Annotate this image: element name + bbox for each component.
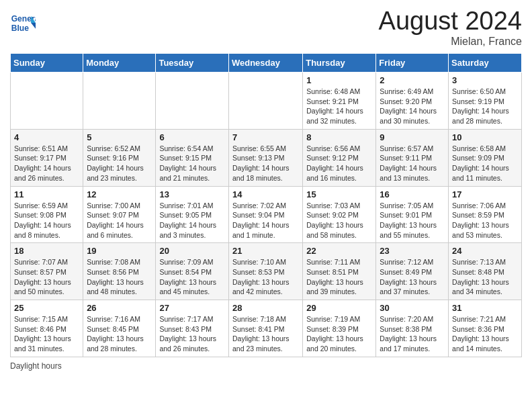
day-detail: Sunrise: 7:03 AMSunset: 9:02 PMDaylight:…: [306, 201, 372, 240]
day-detail: Sunrise: 6:59 AMSunset: 9:08 PMDaylight:…: [14, 201, 79, 240]
day-detail: Sunrise: 6:56 AMSunset: 9:12 PMDaylight:…: [306, 144, 372, 183]
calendar-cell: 20Sunrise: 7:09 AMSunset: 8:54 PMDayligh…: [156, 243, 229, 300]
col-header-friday: Friday: [376, 54, 449, 73]
week-row-1: 1Sunrise: 6:48 AMSunset: 9:21 PMDaylight…: [11, 73, 522, 130]
day-number: 15: [306, 189, 372, 199]
calendar-cell: 31Sunrise: 7:21 AMSunset: 8:36 PMDayligh…: [449, 300, 522, 357]
day-number: 26: [87, 303, 152, 313]
day-detail: Sunrise: 7:09 AMSunset: 8:54 PMDaylight:…: [159, 257, 225, 297]
day-detail: Sunrise: 6:55 AMSunset: 9:13 PMDaylight:…: [232, 144, 299, 183]
calendar-cell: 1Sunrise: 6:48 AMSunset: 9:21 PMDaylight…: [303, 73, 376, 130]
col-header-wednesday: Wednesday: [228, 54, 302, 73]
logo-icon: General Blue: [10, 10, 36, 36]
calendar-cell: 15Sunrise: 7:03 AMSunset: 9:02 PMDayligh…: [303, 186, 376, 243]
day-number: 17: [452, 189, 518, 199]
day-number: 27: [159, 303, 225, 313]
day-detail: Sunrise: 7:08 AMSunset: 8:56 PMDaylight:…: [87, 257, 152, 297]
calendar-cell: 23Sunrise: 7:12 AMSunset: 8:49 PMDayligh…: [376, 243, 449, 300]
day-number: 21: [232, 246, 299, 256]
calendar-cell: 28Sunrise: 7:18 AMSunset: 8:41 PMDayligh…: [228, 300, 302, 357]
week-row-4: 18Sunrise: 7:07 AMSunset: 8:57 PMDayligh…: [11, 243, 522, 300]
day-number: 23: [380, 246, 445, 256]
calendar-cell: 24Sunrise: 7:13 AMSunset: 8:48 PMDayligh…: [449, 243, 522, 300]
day-detail: Sunrise: 7:17 AMSunset: 8:43 PMDaylight:…: [159, 314, 225, 354]
calendar-cell: 11Sunrise: 6:59 AMSunset: 9:08 PMDayligh…: [11, 186, 83, 243]
day-number: 16: [380, 189, 445, 199]
day-number: 25: [14, 303, 79, 313]
day-detail: Sunrise: 6:51 AMSunset: 9:17 PMDaylight:…: [14, 144, 79, 183]
day-detail: Sunrise: 6:49 AMSunset: 9:20 PMDaylight:…: [380, 87, 445, 126]
day-number: 4: [14, 132, 79, 142]
calendar-cell: 17Sunrise: 7:06 AMSunset: 8:59 PMDayligh…: [449, 186, 522, 243]
day-detail: Sunrise: 7:20 AMSunset: 8:38 PMDaylight:…: [380, 314, 445, 354]
calendar-cell: 26Sunrise: 7:16 AMSunset: 8:45 PMDayligh…: [83, 300, 156, 357]
calendar-cell: 7Sunrise: 6:55 AMSunset: 9:13 PMDaylight…: [228, 129, 302, 186]
svg-text:Blue: Blue: [11, 24, 29, 33]
calendar-cell: 18Sunrise: 7:07 AMSunset: 8:57 PMDayligh…: [11, 243, 83, 300]
calendar-cell: 9Sunrise: 6:57 AMSunset: 9:11 PMDaylight…: [376, 129, 449, 186]
day-number: 13: [159, 189, 225, 199]
col-header-thursday: Thursday: [303, 54, 376, 73]
calendar-cell: [83, 73, 156, 130]
day-detail: Sunrise: 7:06 AMSunset: 8:59 PMDaylight:…: [452, 201, 518, 240]
week-row-3: 11Sunrise: 6:59 AMSunset: 9:08 PMDayligh…: [11, 186, 522, 243]
col-header-sunday: Sunday: [11, 54, 83, 73]
month-year: August 2024: [379, 7, 522, 36]
day-detail: Sunrise: 6:52 AMSunset: 9:16 PMDaylight:…: [87, 144, 152, 183]
day-number: 14: [232, 189, 299, 199]
day-detail: Sunrise: 6:50 AMSunset: 9:19 PMDaylight:…: [452, 87, 518, 126]
day-number: 29: [306, 303, 372, 313]
day-number: 28: [232, 303, 299, 313]
day-number: 24: [452, 246, 518, 256]
day-detail: Sunrise: 7:10 AMSunset: 8:53 PMDaylight:…: [232, 257, 299, 297]
day-number: 7: [232, 132, 299, 142]
page-header: General Blue August 2024 Mielan, France: [10, 7, 522, 48]
day-detail: Sunrise: 7:19 AMSunset: 8:39 PMDaylight:…: [306, 314, 372, 354]
day-number: 8: [306, 132, 372, 142]
day-number: 6: [159, 132, 225, 142]
day-detail: Sunrise: 6:58 AMSunset: 9:09 PMDaylight:…: [452, 144, 518, 183]
calendar-cell: 16Sunrise: 7:05 AMSunset: 9:01 PMDayligh…: [376, 186, 449, 243]
calendar-cell: 30Sunrise: 7:20 AMSunset: 8:38 PMDayligh…: [376, 300, 449, 357]
day-detail: Sunrise: 7:00 AMSunset: 9:07 PMDaylight:…: [87, 201, 152, 240]
calendar-cell: 25Sunrise: 7:15 AMSunset: 8:46 PMDayligh…: [11, 300, 83, 357]
day-number: 10: [452, 132, 518, 142]
day-number: 1: [306, 75, 372, 85]
day-number: 11: [14, 189, 79, 199]
day-number: 19: [87, 246, 152, 256]
calendar-cell: 10Sunrise: 6:58 AMSunset: 9:09 PMDayligh…: [449, 129, 522, 186]
day-detail: Sunrise: 7:15 AMSunset: 8:46 PMDaylight:…: [14, 314, 79, 354]
col-header-saturday: Saturday: [449, 54, 522, 73]
day-number: 22: [306, 246, 372, 256]
calendar-cell: 6Sunrise: 6:54 AMSunset: 9:15 PMDaylight…: [156, 129, 229, 186]
week-row-5: 25Sunrise: 7:15 AMSunset: 8:46 PMDayligh…: [11, 300, 522, 357]
day-detail: Sunrise: 7:12 AMSunset: 8:49 PMDaylight:…: [380, 257, 445, 297]
day-detail: Sunrise: 7:11 AMSunset: 8:51 PMDaylight:…: [306, 257, 372, 297]
calendar-cell: 12Sunrise: 7:00 AMSunset: 9:07 PMDayligh…: [83, 186, 156, 243]
calendar-cell: [11, 73, 83, 130]
logo: General Blue: [10, 10, 38, 36]
day-number: 20: [159, 246, 225, 256]
day-detail: Sunrise: 7:01 AMSunset: 9:05 PMDaylight:…: [159, 201, 225, 240]
calendar-cell: 5Sunrise: 6:52 AMSunset: 9:16 PMDaylight…: [83, 129, 156, 186]
day-number: 12: [87, 189, 152, 199]
daylight-label: Daylight hours: [10, 361, 62, 371]
calendar-cell: 3Sunrise: 6:50 AMSunset: 9:19 PMDaylight…: [449, 73, 522, 130]
day-detail: Sunrise: 6:48 AMSunset: 9:21 PMDaylight:…: [306, 87, 372, 126]
calendar-cell: 8Sunrise: 6:56 AMSunset: 9:12 PMDaylight…: [303, 129, 376, 186]
calendar-cell: 22Sunrise: 7:11 AMSunset: 8:51 PMDayligh…: [303, 243, 376, 300]
day-number: 3: [452, 75, 518, 85]
day-detail: Sunrise: 6:54 AMSunset: 9:15 PMDaylight:…: [159, 144, 225, 183]
calendar-cell: 14Sunrise: 7:02 AMSunset: 9:04 PMDayligh…: [228, 186, 302, 243]
day-detail: Sunrise: 7:18 AMSunset: 8:41 PMDaylight:…: [232, 314, 299, 354]
day-detail: Sunrise: 7:05 AMSunset: 9:01 PMDaylight:…: [380, 201, 445, 240]
calendar-table: SundayMondayTuesdayWednesdayThursdayFrid…: [10, 53, 522, 357]
calendar-cell: 29Sunrise: 7:19 AMSunset: 8:39 PMDayligh…: [303, 300, 376, 357]
day-detail: Sunrise: 7:21 AMSunset: 8:36 PMDaylight:…: [452, 314, 518, 354]
day-number: 9: [380, 132, 445, 142]
title-block: August 2024 Mielan, France: [379, 7, 522, 48]
day-detail: Sunrise: 7:02 AMSunset: 9:04 PMDaylight:…: [232, 201, 299, 240]
calendar-cell: 4Sunrise: 6:51 AMSunset: 9:17 PMDaylight…: [11, 129, 83, 186]
day-detail: Sunrise: 6:57 AMSunset: 9:11 PMDaylight:…: [380, 144, 445, 183]
day-number: 30: [380, 303, 445, 313]
